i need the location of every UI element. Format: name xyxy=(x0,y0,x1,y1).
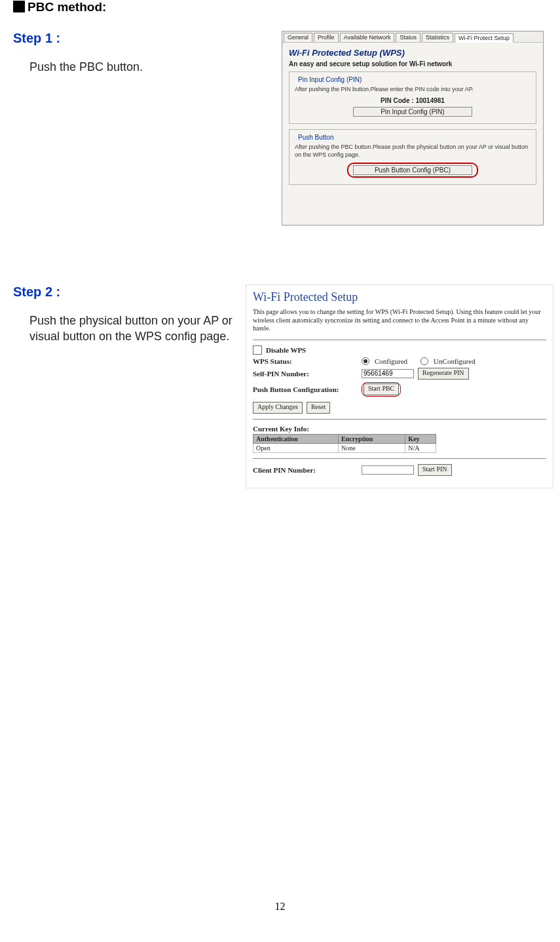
pin-fieldset: Pin Input Config (PIN) After pushing the… xyxy=(289,71,536,124)
th-enc: Encryption xyxy=(338,434,405,443)
client-pin-input[interactable] xyxy=(362,465,414,475)
tab-general[interactable]: General xyxy=(284,33,312,42)
pin-legend: Pin Input Config (PIN) xyxy=(296,76,364,83)
step2-heading: Step 2 : xyxy=(13,285,239,300)
regenerate-pin-button[interactable]: Regenerate PIN xyxy=(418,368,469,380)
pbc-config-label: Push Button Configuration: xyxy=(253,385,358,393)
start-pbc-highlight: Start PBC xyxy=(362,382,401,397)
configured-radio[interactable] xyxy=(362,357,369,365)
current-key-info-label: Current Key Info: xyxy=(253,425,546,433)
wps-panel-subtitle: An easy and secure setup solution for Wi… xyxy=(289,60,536,68)
wps-status-label: WPS Status: xyxy=(253,357,358,365)
page-number: 12 xyxy=(0,901,560,913)
td-key: N/A xyxy=(405,443,436,452)
self-pin-label: Self-PIN Number: xyxy=(253,370,358,378)
divider xyxy=(253,340,546,340)
configured-label: Configured xyxy=(375,357,407,365)
tab-bar: General Profile Available Network Status… xyxy=(282,31,543,43)
divider-3 xyxy=(253,458,546,459)
pbc-highlight-oval: Push Button Config (PBC) xyxy=(347,163,478,178)
tab-status[interactable]: Status xyxy=(396,33,420,42)
client-pin-label: Client PIN Number: xyxy=(253,466,358,474)
key-info-table: Authentication Encryption Key Open None … xyxy=(253,434,436,453)
pbc-text: After pushing the PBC button.Please push… xyxy=(295,144,531,159)
tab-wps[interactable]: Wi-Fi Protect Setup xyxy=(455,33,513,43)
apply-changes-button[interactable]: Apply Changes xyxy=(253,402,303,414)
ap-intro: This page allows you to change the setti… xyxy=(253,308,546,333)
step2-body: Push the physical button on your AP or v… xyxy=(29,313,239,345)
push-button-config-button[interactable]: Push Button Config (PBC) xyxy=(353,165,472,175)
self-pin-input[interactable] xyxy=(362,369,414,378)
start-pbc-button[interactable]: Start PBC xyxy=(364,383,399,395)
pin-input-config-button[interactable]: Pin Input Config (PIN) xyxy=(353,107,472,117)
th-key: Key xyxy=(405,434,436,443)
tab-statistics[interactable]: Statistics xyxy=(422,33,453,42)
table-row: Open None N/A xyxy=(253,443,436,452)
section-title-text: PBC method: xyxy=(28,0,106,14)
ap-title: Wi-Fi Protected Setup xyxy=(253,290,546,304)
pbc-legend: Push Button xyxy=(296,134,335,141)
pin-code-label: PIN Code : 10014981 xyxy=(295,97,531,104)
td-enc: None xyxy=(338,443,405,452)
wps-panel-title: Wi-Fi Protected Setup (WPS) xyxy=(289,48,536,58)
pin-text: After pushing the PIN button.Please ente… xyxy=(295,86,531,93)
divider-2 xyxy=(253,419,546,420)
disable-wps-checkbox[interactable] xyxy=(253,345,262,355)
pbc-fieldset: Push Button After pushing the PBC button… xyxy=(289,129,536,185)
start-pin-button[interactable]: Start PIN xyxy=(418,464,452,476)
wps-client-screenshot: General Profile Available Network Status… xyxy=(282,31,544,226)
td-auth: Open xyxy=(253,443,339,452)
tab-profile[interactable]: Profile xyxy=(314,33,339,42)
th-auth: Authentication xyxy=(253,434,339,443)
ap-wps-screenshot: Wi-Fi Protected Setup This page allows y… xyxy=(246,285,553,488)
disable-wps-label: Disable WPS xyxy=(266,346,306,354)
unconfigured-radio[interactable] xyxy=(420,357,428,365)
square-bullet-icon xyxy=(13,1,25,12)
section-title: PBC method: xyxy=(13,0,547,14)
tab-available-network[interactable]: Available Network xyxy=(340,33,395,42)
reset-button[interactable]: Reset xyxy=(307,402,330,414)
step1-body: Push the PBC button. xyxy=(29,59,275,75)
step1-heading: Step 1 : xyxy=(13,31,275,46)
unconfigured-label: UnConfigured xyxy=(434,357,476,365)
